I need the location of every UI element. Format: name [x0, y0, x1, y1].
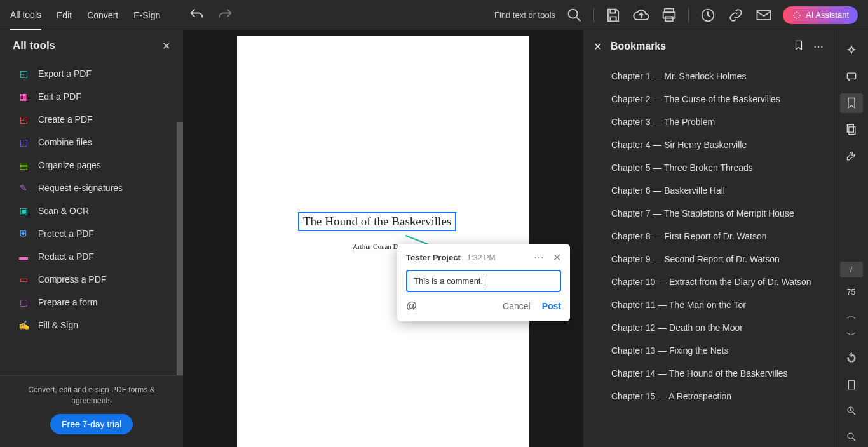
tool-fill-sign[interactable]: ✍Fill & Sign	[0, 314, 183, 337]
mail-icon[interactable]	[755, 6, 773, 24]
separator	[593, 8, 594, 23]
bookmark-item[interactable]: Chapter 5 — Three Broken Threads	[583, 156, 834, 179]
tool-export-pdf[interactable]: ◱Export a PDF	[0, 62, 183, 85]
tools-list: ◱Export a PDF ▦Edit a PDF ◰Create a PDF …	[0, 58, 183, 375]
rail-bookmark-icon[interactable]	[840, 93, 863, 113]
bookmarks-list: Chapter 1 — Mr. Sherlock Holmes Chapter …	[583, 62, 834, 447]
comment-more-icon[interactable]: ⋯	[534, 251, 544, 264]
bookmark-item[interactable]: Chapter 3 — The Problem	[583, 110, 834, 133]
tool-create-pdf[interactable]: ◰Create a PDF	[0, 108, 183, 131]
bookmark-item[interactable]: Chapter 8 — First Report of Dr. Watson	[583, 225, 834, 248]
rail-copy-icon[interactable]	[840, 119, 863, 139]
bookmark-item[interactable]: Chapter 15 — A Retrospection	[583, 385, 834, 408]
cloud-upload-icon[interactable]	[632, 6, 650, 24]
left-panel-title: All tools	[13, 39, 55, 52]
zoom-out-icon[interactable]	[840, 427, 863, 447]
undo-button[interactable]	[188, 6, 206, 24]
bookmark-item[interactable]: Chapter 4 — Sir Henry Baskerville	[583, 133, 834, 156]
bookmark-item[interactable]: Chapter 12 — Death on the Moor	[583, 316, 834, 339]
tab-edit[interactable]: Edit	[57, 1, 72, 29]
rail-comment-icon[interactable]	[840, 67, 863, 86]
pdf-page: The Hound of the Baskervilles Arthur Con…	[237, 36, 529, 447]
star-icon[interactable]	[699, 6, 717, 24]
protect-icon: ⛨	[18, 228, 29, 239]
svg-point-0	[569, 9, 578, 18]
organize-icon: ▤	[18, 159, 29, 171]
print-icon[interactable]	[660, 6, 678, 24]
comment-popup: Tester Project 1:32 PM ⋯ ✕ This is a com…	[397, 244, 570, 321]
tool-protect-pdf[interactable]: ⛨Protect a PDF	[0, 222, 183, 245]
export-icon: ◱	[18, 68, 29, 79]
ai-assistant-button[interactable]: AI Assistant	[783, 6, 858, 24]
post-button[interactable]: Post	[542, 301, 561, 311]
tool-organize-pages[interactable]: ▤Organize pages	[0, 154, 183, 177]
free-trial-button[interactable]: Free 7-day trial	[50, 414, 133, 434]
save-icon[interactable]	[604, 6, 622, 24]
ai-assistant-label: AI Assistant	[806, 10, 849, 20]
page-icon[interactable]	[840, 375, 863, 394]
close-left-panel-button[interactable]: ✕	[162, 40, 170, 52]
comment-close-button[interactable]: ✕	[553, 251, 561, 264]
right-rail: i 75 ︿ ﹀	[834, 30, 868, 447]
tool-redact-pdf[interactable]: ▬Redact a PDF	[0, 245, 183, 268]
svg-rect-3	[665, 17, 673, 21]
create-icon: ◰	[18, 114, 29, 125]
document-title: The Hound of the Baskervilles	[303, 215, 451, 228]
tab-convert[interactable]: Convert	[87, 1, 118, 29]
bookmarks-panel: ✕ Bookmarks ⋯ Chapter 1 — Mr. Sherlock H…	[583, 30, 834, 447]
scan-icon: ▣	[18, 205, 29, 217]
bookmark-ribbon-icon[interactable]	[793, 39, 804, 53]
bookmark-item[interactable]: Chapter 13 — Fixing the Nets	[583, 339, 834, 362]
esign-icon: ✎	[18, 182, 29, 194]
close-bookmarks-button[interactable]: ✕	[593, 41, 602, 53]
tool-scan-ocr[interactable]: ▣Scan & OCR	[0, 199, 183, 222]
page-info-button[interactable]: i	[840, 262, 863, 277]
tool-compress-pdf[interactable]: ▭Compress a PDF	[0, 268, 183, 291]
tab-all-tools[interactable]: All tools	[10, 1, 41, 30]
separator	[688, 8, 689, 23]
bookmark-item[interactable]: Chapter 11 — The Man on the Tor	[583, 293, 834, 316]
svg-rect-9	[847, 73, 855, 79]
compress-icon: ▭	[18, 274, 29, 285]
tool-combine-files[interactable]: ◫Combine files	[0, 131, 183, 154]
bookmark-item[interactable]: Chapter 10 — Extract from the Diary of D…	[583, 270, 834, 293]
bookmarks-more-icon[interactable]: ⋯	[813, 41, 824, 53]
rotate-icon[interactable]	[840, 349, 863, 368]
link-icon[interactable]	[727, 6, 745, 24]
document-viewport[interactable]: The Hound of the Baskervilles Arthur Con…	[183, 30, 583, 447]
top-toolbar: All tools Edit Convert E-Sign Find text …	[0, 0, 868, 30]
selected-text-box[interactable]: The Hound of the Baskervilles	[298, 212, 456, 231]
chevron-up-icon[interactable]: ︿	[840, 309, 863, 323]
bookmark-item[interactable]: Chapter 9 — Second Report of Dr. Watson	[583, 248, 834, 270]
form-icon: ▢	[18, 297, 29, 308]
bookmark-item[interactable]: Chapter 7 — The Stapletons of Merripit H…	[583, 202, 834, 225]
chevron-down-icon[interactable]: ﹀	[840, 329, 863, 342]
bookmark-item[interactable]: Chapter 2 — The Curse of the Baskerville…	[583, 88, 834, 110]
page-number: 75	[847, 288, 855, 297]
bookmark-item[interactable]: Chapter 1 — Mr. Sherlock Holmes	[583, 65, 834, 88]
redo-button[interactable]	[216, 6, 234, 24]
zoom-in-icon[interactable]	[840, 401, 863, 420]
tool-request-esignatures[interactable]: ✎Request e-signatures	[0, 177, 183, 199]
comment-timestamp: 1:32 PM	[467, 253, 496, 262]
rail-sparkle-icon[interactable]	[840, 41, 863, 60]
svg-rect-10	[848, 126, 855, 134]
comment-input[interactable]: This is a comment.	[406, 270, 561, 292]
svg-rect-5	[757, 11, 771, 20]
mention-icon[interactable]: @	[406, 300, 417, 312]
sign-icon: ✍	[18, 319, 29, 331]
edit-icon: ▦	[18, 91, 29, 102]
scrollbar[interactable]	[177, 122, 183, 375]
bookmarks-title: Bookmarks	[611, 41, 784, 52]
search-icon[interactable]	[566, 6, 583, 24]
svg-rect-11	[847, 124, 853, 132]
combine-icon: ◫	[18, 137, 29, 148]
redact-icon: ▬	[18, 251, 29, 262]
tab-esign[interactable]: E-Sign	[133, 1, 160, 29]
bookmark-item[interactable]: Chapter 14 — The Hound of the Baskervill…	[583, 362, 834, 385]
bookmark-item[interactable]: Chapter 6 — Baskerville Hall	[583, 179, 834, 202]
cancel-button[interactable]: Cancel	[503, 301, 531, 311]
tool-edit-pdf[interactable]: ▦Edit a PDF	[0, 85, 183, 108]
rail-tool-icon[interactable]	[840, 145, 863, 165]
tool-prepare-form[interactable]: ▢Prepare a form	[0, 291, 183, 314]
